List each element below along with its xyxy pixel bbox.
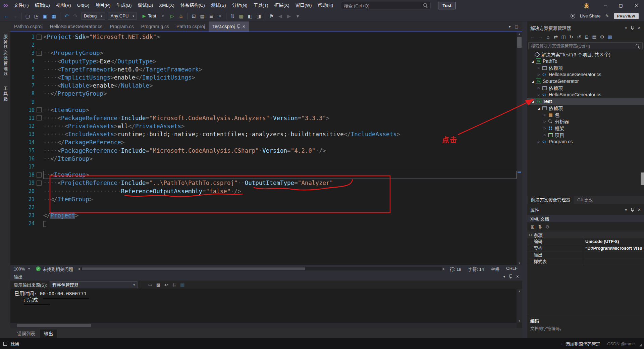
tree-item-SourceGenerator[interactable]: ◢SourceGenerator	[527, 78, 644, 85]
se-show-all-files-icon[interactable]: ▤	[591, 33, 598, 41]
out-clear-icon[interactable]: ⊠	[155, 281, 162, 289]
properties-object-selector[interactable]: XML 文档	[527, 215, 644, 222]
se-collapse-all-icon[interactable]: ⊟	[583, 33, 590, 41]
expander-closed-icon[interactable]: ▷	[536, 140, 541, 143]
output-horizontal-scrollbar[interactable]	[10, 323, 517, 328]
scroll-right-icon[interactable]: ▶	[443, 267, 445, 270]
panel-tab-Git 更改[interactable]: Git 更改	[574, 196, 596, 204]
bottom-tab-错误列表[interactable]: 错误列表	[13, 330, 39, 338]
editor-tab-Test.csproj[interactable]: Test.csproj×	[209, 21, 249, 32]
out-jump-icon[interactable]: ↦	[147, 281, 154, 289]
menu-item-12[interactable]: 工具(T)	[251, 0, 271, 11]
pin-icon[interactable]	[509, 275, 512, 279]
fold-marker[interactable]: −	[37, 35, 42, 40]
active-files-dropdown-icon[interactable]: ▾	[509, 24, 511, 29]
expander-closed-icon[interactable]: ▷	[542, 127, 547, 130]
menu-item-14[interactable]: 窗口(W)	[292, 0, 315, 11]
fold-marker[interactable]: −	[37, 115, 42, 120]
fold-marker[interactable]: −	[37, 51, 42, 56]
quick-search-box[interactable]: 搜索 (Ctrl+Q)	[341, 2, 431, 9]
hscroll-thumb[interactable]	[82, 267, 306, 270]
property-row-编码[interactable]: 编码Unicode (UTF-8)	[527, 238, 644, 245]
sort-lines-icon[interactable]: ⇅	[228, 12, 237, 20]
scroll-left-icon[interactable]: ◀	[78, 267, 80, 270]
pin-icon[interactable]	[631, 26, 634, 30]
se-refresh-icon[interactable]: ↺	[575, 33, 583, 41]
expander-open-icon[interactable]: ◢	[530, 59, 535, 63]
pin-icon[interactable]	[237, 24, 240, 29]
save-all-icon[interactable]: ▦	[50, 12, 58, 20]
output-content[interactable]: 已用时间: 00:00:00.0800771 已完成	[10, 289, 517, 323]
fold-marker[interactable]: −	[37, 172, 42, 178]
maximize-button[interactable]: ▢	[613, 0, 629, 11]
toolbar-overflow-icon[interactable]: ▾	[293, 12, 302, 20]
save-icon[interactable]: ▣	[41, 12, 49, 20]
menu-item-2[interactable]: 编辑(E)	[32, 0, 53, 11]
se-sync-icon[interactable]: ↻	[568, 33, 575, 41]
menu-item-11[interactable]: 分析(N)	[229, 0, 251, 11]
expander-closed-icon[interactable]: ▷	[536, 93, 541, 96]
tree-item-HelloSourceGenerator.cs[interactable]: ▷HelloSourceGenerator.cs	[527, 71, 644, 78]
editor-tab-PathTo.csproj[interactable]: PathTo.csproj	[173, 21, 209, 32]
se-home-icon[interactable]: ⌂	[544, 33, 552, 41]
feedback-icon[interactable]: ✎	[605, 13, 609, 18]
bottom-tab-输出[interactable]: 输出	[40, 330, 57, 338]
next-bookmark-icon[interactable]: ▶	[285, 12, 293, 20]
out-autoscroll-icon[interactable]: ⇊	[171, 281, 178, 289]
editor-vertical-scrollbar[interactable]: ▲ ▼	[517, 32, 522, 265]
fold-marker[interactable]: −	[37, 107, 42, 112]
uncomment-icon[interactable]: ◨	[255, 12, 263, 20]
close-icon[interactable]: ×	[243, 24, 245, 29]
output-vertical-scrollbar[interactable]: ▲ ▼	[517, 289, 522, 323]
start-without-debugging-icon[interactable]: ▷	[168, 12, 176, 20]
resize-grip-icon[interactable]: ◢	[639, 343, 642, 347]
tree-item-Program.cs[interactable]: ▷Program.cs	[527, 138, 644, 145]
panel-scrollbar-thumb[interactable]	[641, 172, 644, 185]
solution-search-box[interactable]: 搜索解决方案资源管理器(Ctrl+;)	[528, 42, 643, 49]
editor-tab-Program.cs[interactable]: Program.cs	[106, 21, 138, 32]
out-pin-icon[interactable]: ▥	[179, 281, 186, 289]
expander-open-icon[interactable]: ◢	[530, 100, 535, 103]
prev-bookmark-icon[interactable]: ◀	[276, 12, 284, 20]
nav-forward-icon[interactable]: →	[11, 12, 19, 20]
hscroll-thumb[interactable]	[17, 324, 91, 327]
chevron-down-icon[interactable]: ▾	[625, 208, 627, 212]
comment-icon[interactable]: ◧	[246, 12, 254, 20]
new-file-icon[interactable]: ▢	[23, 12, 32, 20]
editor-tab-PathTo.csproj[interactable]: PathTo.csproj	[10, 21, 46, 32]
pin-icon[interactable]	[631, 208, 634, 212]
property-row-样式表[interactable]: 样式表	[527, 258, 644, 265]
menu-item-5[interactable]: 项目(P)	[93, 0, 114, 11]
tree-item-解决方案"Test"(3 个项目, 共 3 个)[interactable]: 解决方案"Test"(3 个项目, 共 3 个)	[527, 51, 644, 58]
props-alphabetical-icon[interactable]: ⇅	[536, 223, 544, 231]
diagnostics-icon[interactable]: ▤	[198, 12, 207, 20]
property-category-row[interactable]: ⊟ 杂项	[527, 232, 644, 238]
document-outline-icon[interactable]: ≡	[216, 12, 224, 20]
close-icon[interactable]: ×	[516, 274, 519, 279]
add-to-source-control-button[interactable]: 添加到源代码管理	[566, 341, 600, 347]
se-back-icon[interactable]: ←	[529, 33, 536, 41]
editor-tab-Program.g.cs[interactable]: Program.g.cs	[138, 21, 173, 32]
menu-item-1[interactable]: 文件(F)	[11, 0, 32, 11]
nav-back-icon[interactable]: ←	[2, 12, 10, 20]
expander-closed-icon[interactable]: ▷	[536, 86, 541, 90]
menu-item-8[interactable]: XML(X)	[156, 0, 177, 11]
zoom-dropdown[interactable]: 100% ▾	[10, 266, 33, 271]
tree-item-包[interactable]: ▷包	[527, 111, 644, 118]
tree-item-框架[interactable]: ▷框架	[527, 125, 644, 132]
chevron-down-icon[interactable]: ▾	[503, 275, 505, 279]
props-categorized-icon[interactable]: ⊞	[529, 223, 536, 231]
out-wrap-icon[interactable]: ↩	[163, 281, 170, 289]
scroll-up-icon[interactable]: ▲	[517, 290, 522, 293]
expander-closed-icon[interactable]: ▷	[542, 133, 547, 137]
tree-item-Test[interactable]: ◢Test	[527, 98, 644, 105]
fold-marker[interactable]: −	[37, 181, 42, 186]
collapse-icon[interactable]: ⊟	[529, 233, 532, 237]
se-properties-icon[interactable]: ⚙	[598, 33, 606, 41]
side-tab-服务器资源管理器[interactable]: 服务器资源管理器	[2, 34, 8, 77]
open-file-icon[interactable]: ◳	[32, 12, 41, 20]
preview-badge[interactable]: PREVIEW	[614, 13, 639, 19]
window-float-icon[interactable]: ▢	[515, 24, 518, 29]
account-avatar[interactable]: 袁	[584, 2, 589, 9]
expander-closed-icon[interactable]: ▷	[542, 113, 547, 116]
